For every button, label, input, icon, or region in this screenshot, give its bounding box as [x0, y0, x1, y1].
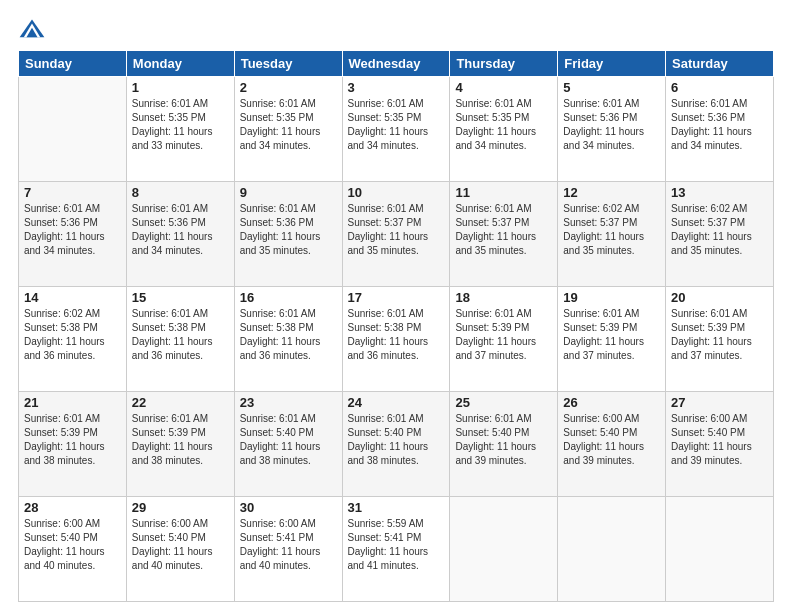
day-cell: 10Sunrise: 6:01 AM Sunset: 5:37 PM Dayli…	[342, 182, 450, 287]
day-number: 10	[348, 185, 445, 200]
day-number: 24	[348, 395, 445, 410]
day-number: 13	[671, 185, 768, 200]
week-row-2: 7Sunrise: 6:01 AM Sunset: 5:36 PM Daylig…	[19, 182, 774, 287]
day-info: Sunrise: 6:01 AM Sunset: 5:39 PM Dayligh…	[563, 307, 660, 363]
day-cell: 12Sunrise: 6:02 AM Sunset: 5:37 PM Dayli…	[558, 182, 666, 287]
col-header-friday: Friday	[558, 51, 666, 77]
day-cell: 28Sunrise: 6:00 AM Sunset: 5:40 PM Dayli…	[19, 497, 127, 602]
day-number: 30	[240, 500, 337, 515]
day-info: Sunrise: 6:02 AM Sunset: 5:37 PM Dayligh…	[563, 202, 660, 258]
day-cell: 6Sunrise: 6:01 AM Sunset: 5:36 PM Daylig…	[666, 77, 774, 182]
day-cell: 4Sunrise: 6:01 AM Sunset: 5:35 PM Daylig…	[450, 77, 558, 182]
day-cell: 5Sunrise: 6:01 AM Sunset: 5:36 PM Daylig…	[558, 77, 666, 182]
day-info: Sunrise: 6:01 AM Sunset: 5:39 PM Dayligh…	[24, 412, 121, 468]
day-number: 27	[671, 395, 768, 410]
day-cell: 3Sunrise: 6:01 AM Sunset: 5:35 PM Daylig…	[342, 77, 450, 182]
col-header-wednesday: Wednesday	[342, 51, 450, 77]
day-cell: 31Sunrise: 5:59 AM Sunset: 5:41 PM Dayli…	[342, 497, 450, 602]
day-number: 6	[671, 80, 768, 95]
day-info: Sunrise: 6:01 AM Sunset: 5:40 PM Dayligh…	[348, 412, 445, 468]
day-info: Sunrise: 6:01 AM Sunset: 5:35 PM Dayligh…	[132, 97, 229, 153]
logo-icon	[18, 18, 46, 40]
day-cell: 13Sunrise: 6:02 AM Sunset: 5:37 PM Dayli…	[666, 182, 774, 287]
day-cell: 7Sunrise: 6:01 AM Sunset: 5:36 PM Daylig…	[19, 182, 127, 287]
day-number: 26	[563, 395, 660, 410]
week-row-4: 21Sunrise: 6:01 AM Sunset: 5:39 PM Dayli…	[19, 392, 774, 497]
day-info: Sunrise: 6:01 AM Sunset: 5:39 PM Dayligh…	[671, 307, 768, 363]
day-number: 1	[132, 80, 229, 95]
day-cell	[450, 497, 558, 602]
day-cell: 1Sunrise: 6:01 AM Sunset: 5:35 PM Daylig…	[126, 77, 234, 182]
day-cell: 25Sunrise: 6:01 AM Sunset: 5:40 PM Dayli…	[450, 392, 558, 497]
day-number: 19	[563, 290, 660, 305]
day-info: Sunrise: 6:01 AM Sunset: 5:37 PM Dayligh…	[348, 202, 445, 258]
day-number: 18	[455, 290, 552, 305]
day-number: 12	[563, 185, 660, 200]
col-header-sunday: Sunday	[19, 51, 127, 77]
day-cell: 30Sunrise: 6:00 AM Sunset: 5:41 PM Dayli…	[234, 497, 342, 602]
day-number: 28	[24, 500, 121, 515]
day-number: 29	[132, 500, 229, 515]
day-cell: 17Sunrise: 6:01 AM Sunset: 5:38 PM Dayli…	[342, 287, 450, 392]
day-cell: 26Sunrise: 6:00 AM Sunset: 5:40 PM Dayli…	[558, 392, 666, 497]
day-info: Sunrise: 6:00 AM Sunset: 5:40 PM Dayligh…	[671, 412, 768, 468]
header	[18, 18, 774, 40]
day-number: 8	[132, 185, 229, 200]
day-cell: 24Sunrise: 6:01 AM Sunset: 5:40 PM Dayli…	[342, 392, 450, 497]
day-info: Sunrise: 6:01 AM Sunset: 5:35 PM Dayligh…	[348, 97, 445, 153]
day-cell: 19Sunrise: 6:01 AM Sunset: 5:39 PM Dayli…	[558, 287, 666, 392]
day-cell	[19, 77, 127, 182]
day-cell: 23Sunrise: 6:01 AM Sunset: 5:40 PM Dayli…	[234, 392, 342, 497]
day-cell: 2Sunrise: 6:01 AM Sunset: 5:35 PM Daylig…	[234, 77, 342, 182]
day-number: 5	[563, 80, 660, 95]
day-cell	[558, 497, 666, 602]
week-row-3: 14Sunrise: 6:02 AM Sunset: 5:38 PM Dayli…	[19, 287, 774, 392]
col-header-thursday: Thursday	[450, 51, 558, 77]
day-number: 22	[132, 395, 229, 410]
day-cell: 21Sunrise: 6:01 AM Sunset: 5:39 PM Dayli…	[19, 392, 127, 497]
day-number: 9	[240, 185, 337, 200]
day-number: 15	[132, 290, 229, 305]
day-number: 23	[240, 395, 337, 410]
header-row: SundayMondayTuesdayWednesdayThursdayFrid…	[19, 51, 774, 77]
day-info: Sunrise: 6:01 AM Sunset: 5:37 PM Dayligh…	[455, 202, 552, 258]
day-number: 4	[455, 80, 552, 95]
day-number: 17	[348, 290, 445, 305]
day-info: Sunrise: 6:00 AM Sunset: 5:40 PM Dayligh…	[24, 517, 121, 573]
day-cell: 29Sunrise: 6:00 AM Sunset: 5:40 PM Dayli…	[126, 497, 234, 602]
day-number: 11	[455, 185, 552, 200]
day-number: 3	[348, 80, 445, 95]
day-cell: 22Sunrise: 6:01 AM Sunset: 5:39 PM Dayli…	[126, 392, 234, 497]
col-header-saturday: Saturday	[666, 51, 774, 77]
day-cell: 14Sunrise: 6:02 AM Sunset: 5:38 PM Dayli…	[19, 287, 127, 392]
day-number: 31	[348, 500, 445, 515]
day-info: Sunrise: 6:01 AM Sunset: 5:40 PM Dayligh…	[240, 412, 337, 468]
day-info: Sunrise: 6:01 AM Sunset: 5:38 PM Dayligh…	[132, 307, 229, 363]
day-cell: 20Sunrise: 6:01 AM Sunset: 5:39 PM Dayli…	[666, 287, 774, 392]
day-number: 20	[671, 290, 768, 305]
day-info: Sunrise: 6:01 AM Sunset: 5:35 PM Dayligh…	[455, 97, 552, 153]
day-number: 25	[455, 395, 552, 410]
col-header-monday: Monday	[126, 51, 234, 77]
day-number: 21	[24, 395, 121, 410]
day-cell: 18Sunrise: 6:01 AM Sunset: 5:39 PM Dayli…	[450, 287, 558, 392]
day-info: Sunrise: 5:59 AM Sunset: 5:41 PM Dayligh…	[348, 517, 445, 573]
day-number: 16	[240, 290, 337, 305]
col-header-tuesday: Tuesday	[234, 51, 342, 77]
day-cell: 27Sunrise: 6:00 AM Sunset: 5:40 PM Dayli…	[666, 392, 774, 497]
day-number: 14	[24, 290, 121, 305]
day-info: Sunrise: 6:01 AM Sunset: 5:35 PM Dayligh…	[240, 97, 337, 153]
logo	[18, 18, 50, 40]
day-cell	[666, 497, 774, 602]
day-info: Sunrise: 6:01 AM Sunset: 5:39 PM Dayligh…	[455, 307, 552, 363]
day-number: 2	[240, 80, 337, 95]
day-info: Sunrise: 6:00 AM Sunset: 5:40 PM Dayligh…	[563, 412, 660, 468]
day-info: Sunrise: 6:00 AM Sunset: 5:40 PM Dayligh…	[132, 517, 229, 573]
day-info: Sunrise: 6:01 AM Sunset: 5:36 PM Dayligh…	[132, 202, 229, 258]
day-cell: 9Sunrise: 6:01 AM Sunset: 5:36 PM Daylig…	[234, 182, 342, 287]
day-info: Sunrise: 6:01 AM Sunset: 5:40 PM Dayligh…	[455, 412, 552, 468]
day-number: 7	[24, 185, 121, 200]
day-cell: 15Sunrise: 6:01 AM Sunset: 5:38 PM Dayli…	[126, 287, 234, 392]
day-info: Sunrise: 6:01 AM Sunset: 5:36 PM Dayligh…	[563, 97, 660, 153]
day-info: Sunrise: 6:00 AM Sunset: 5:41 PM Dayligh…	[240, 517, 337, 573]
